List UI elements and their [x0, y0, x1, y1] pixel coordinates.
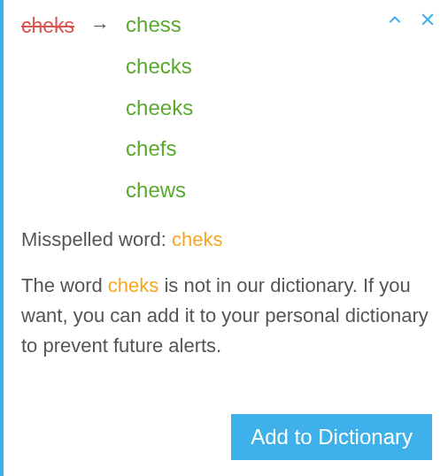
suggestion-item[interactable]: chefs	[126, 136, 193, 162]
explain-pre: The word	[21, 274, 108, 296]
panel-actions	[386, 11, 436, 28]
suggestion-item[interactable]: chess	[126, 12, 193, 38]
suggestion-item[interactable]: cheeks	[126, 96, 193, 121]
misspelled-highlight: cheks	[172, 228, 222, 250]
panel-footer: Add to Dictionary	[231, 414, 432, 460]
close-icon[interactable]	[420, 12, 436, 27]
explanation-text: The word cheks is not in our dictionary.…	[21, 271, 429, 361]
misspelled-word: cheks	[21, 12, 74, 39]
arrow-icon: →	[90, 12, 110, 37]
spellcheck-panel: cheks → chess checks cheeks chefs chews …	[0, 0, 448, 476]
misspelled-line: Misspelled word: cheks	[21, 225, 429, 255]
explanation-body: Misspelled word: cheks The word cheks is…	[4, 203, 448, 361]
suggestion-item[interactable]: checks	[126, 54, 193, 80]
explain-word: cheks	[108, 274, 158, 296]
add-to-dictionary-button[interactable]: Add to Dictionary	[231, 414, 432, 460]
chevron-up-icon[interactable]	[386, 11, 404, 28]
misspelled-label: Misspelled word:	[21, 228, 172, 250]
correction-header: cheks → chess checks cheeks chefs chews	[4, 0, 448, 203]
suggestion-list: chess checks cheeks chefs chews	[126, 12, 193, 203]
suggestion-item[interactable]: chews	[126, 178, 193, 203]
